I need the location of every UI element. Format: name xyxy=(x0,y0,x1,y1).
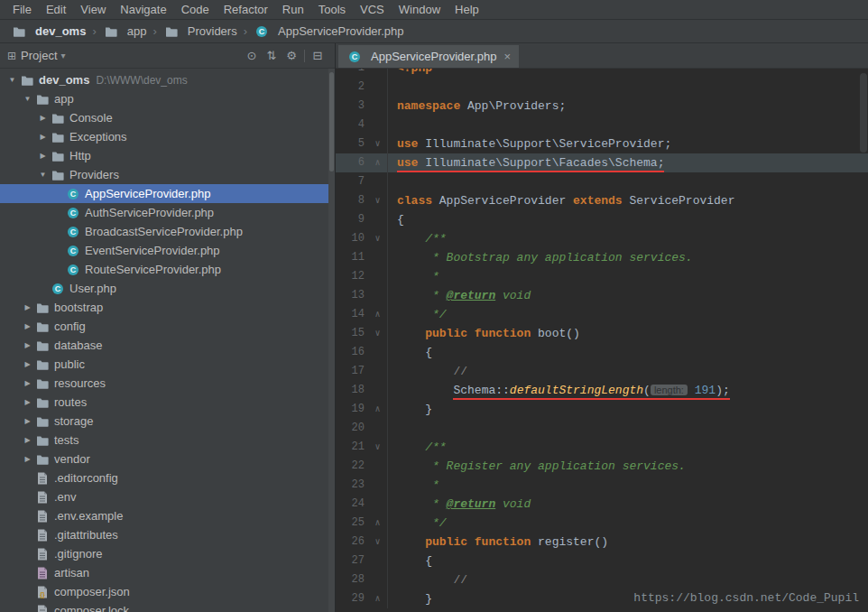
code-line-1[interactable]: 1<?php xyxy=(336,69,868,78)
menu-item-refactor[interactable]: Refactor xyxy=(217,0,275,19)
chevron-down-icon[interactable]: ▾ xyxy=(61,51,66,60)
code-line-19[interactable]: 19∧ } xyxy=(336,400,868,419)
settings-icon[interactable]: ⚙ xyxy=(282,49,301,62)
fold-end-icon[interactable]: ∧ xyxy=(368,305,388,324)
menu-item-code[interactable]: Code xyxy=(174,0,217,19)
chevron-down-icon[interactable]: ▼ xyxy=(5,76,19,84)
tree-item-broadcastserviceprovider-php[interactable]: CBroadcastServiceProvider.php xyxy=(0,222,335,241)
menu-item-view[interactable]: View xyxy=(73,0,113,19)
chevron-down-icon[interactable]: ▼ xyxy=(36,171,50,179)
code-line-2[interactable]: 2 xyxy=(336,78,868,97)
tree-item-resources[interactable]: ▶resources xyxy=(0,374,335,393)
code-line-24[interactable]: 24 * @return void xyxy=(336,495,868,514)
project-panel-title[interactable]: Project xyxy=(21,49,57,62)
tree-item-console[interactable]: ▶Console xyxy=(0,108,335,127)
tree-item-bootstrap[interactable]: ▶bootstrap xyxy=(0,298,335,317)
breadcrumb-item-providers[interactable]: Providers xyxy=(162,24,239,38)
code-line-9[interactable]: 9{ xyxy=(336,210,868,229)
fold-start-icon[interactable]: ∨ xyxy=(368,533,388,552)
code-line-28[interactable]: 28 // xyxy=(336,570,868,589)
close-icon[interactable]: × xyxy=(503,50,511,63)
menu-item-vcs[interactable]: VCS xyxy=(353,0,392,19)
code-line-5[interactable]: 5∨use Illuminate\Support\ServiceProvider… xyxy=(336,134,868,153)
editor-scrollbar-thumb[interactable] xyxy=(860,73,867,153)
code-line-22[interactable]: 22 * Register any application services. xyxy=(336,457,868,476)
tree-item-dev-oms[interactable]: ▼dev_omsD:\WWW\dev_oms xyxy=(0,70,335,89)
code-line-16[interactable]: 16 { xyxy=(336,343,868,362)
code-line-15[interactable]: 15∨ public function boot() xyxy=(336,324,868,343)
tree-item-authserviceprovider-php[interactable]: CAuthServiceProvider.php xyxy=(0,203,335,222)
code-line-4[interactable]: 4 xyxy=(336,116,868,134)
tree-item-providers[interactable]: ▼Providers xyxy=(0,165,335,184)
chevron-right-icon[interactable]: ▶ xyxy=(21,341,34,349)
project-scrollbar[interactable] xyxy=(328,69,335,612)
fold-end-icon[interactable]: ∧ xyxy=(368,589,388,608)
tree-item-routes[interactable]: ▶routes xyxy=(0,393,335,412)
tree-item-composer-lock[interactable]: composer.lock xyxy=(0,601,335,612)
code-line-7[interactable]: 7 xyxy=(336,172,868,191)
chevron-right-icon[interactable]: ▶ xyxy=(21,455,34,463)
fold-end-icon[interactable]: ∧ xyxy=(368,400,388,419)
tree-item-user-php[interactable]: CUser.php xyxy=(0,279,335,298)
fold-start-icon[interactable]: ∨ xyxy=(368,324,388,343)
scrollbar-thumb[interactable] xyxy=(329,72,334,172)
fold-end-icon[interactable]: ∧ xyxy=(368,514,388,533)
code-line-3[interactable]: 3namespace App\Providers; xyxy=(336,97,868,116)
code-line-8[interactable]: 8∨class AppServiceProvider extends Servi… xyxy=(336,191,868,210)
tree-item-eventserviceprovider-php[interactable]: CEventServiceProvider.php xyxy=(0,241,335,260)
chevron-right-icon[interactable]: ▶ xyxy=(21,379,34,387)
chevron-right-icon[interactable]: ▶ xyxy=(36,133,50,141)
tree-item-env-example[interactable]: .env.example xyxy=(0,506,335,525)
tree-item-editorconfig[interactable]: .editorconfig xyxy=(0,468,335,487)
collapse-all-icon[interactable]: ⇅ xyxy=(262,49,282,62)
chevron-right-icon[interactable]: ▶ xyxy=(36,152,50,160)
tree-item-composer-json[interactable]: {}composer.json xyxy=(0,582,335,601)
tree-item-routeserviceprovider-php[interactable]: CRouteServiceProvider.php xyxy=(0,260,335,279)
chevron-right-icon[interactable]: ▶ xyxy=(21,398,34,406)
code-line-20[interactable]: 20 xyxy=(336,419,868,438)
code-line-10[interactable]: 10∨ /** xyxy=(336,229,868,248)
chevron-right-icon[interactable]: ▶ xyxy=(21,417,34,425)
tree-item-http[interactable]: ▶Http xyxy=(0,146,335,165)
tree-item-gitignore[interactable]: .gitignore xyxy=(0,544,335,563)
breadcrumb-item-app[interactable]: app xyxy=(101,24,149,38)
editor-tab-appserviceprovider[interactable]: C AppServiceProvider.php × xyxy=(338,45,519,68)
fold-start-icon[interactable]: ∨ xyxy=(368,191,388,210)
code-line-6[interactable]: 6∧use Illuminate\Support\Facades\Schema; xyxy=(336,153,868,172)
menu-item-edit[interactable]: Edit xyxy=(39,0,73,19)
fold-start-icon[interactable]: ∨ xyxy=(368,229,388,248)
tree-item-storage[interactable]: ▶storage xyxy=(0,412,335,431)
menu-item-tools[interactable]: Tools xyxy=(311,0,353,19)
fold-end-icon[interactable]: ∧ xyxy=(368,153,388,172)
menu-item-file[interactable]: File xyxy=(5,0,39,19)
menu-item-navigate[interactable]: Navigate xyxy=(113,0,173,19)
code-line-18[interactable]: 18 Schema::defaultStringLength(length: 1… xyxy=(336,381,868,400)
breadcrumb-item-appserviceprovider-php[interactable]: CAppServiceProvider.php xyxy=(252,24,405,38)
chevron-down-icon[interactable]: ▼ xyxy=(21,95,34,103)
chevron-right-icon[interactable]: ▶ xyxy=(21,360,34,368)
locate-icon[interactable]: ⊙ xyxy=(242,49,262,62)
breadcrumb-item-dev-oms[interactable]: dev_oms xyxy=(9,24,88,38)
code-line-14[interactable]: 14∧ */ xyxy=(336,305,868,324)
tree-item-public[interactable]: ▶public xyxy=(0,355,335,374)
tree-item-tests[interactable]: ▶tests xyxy=(0,431,335,450)
tree-item-vendor[interactable]: ▶vendor xyxy=(0,450,335,468)
tree-item-artisan[interactable]: artisan xyxy=(0,563,335,582)
fold-start-icon[interactable]: ∨ xyxy=(368,134,388,153)
chevron-right-icon[interactable]: ▶ xyxy=(21,436,34,444)
chevron-right-icon[interactable]: ▶ xyxy=(21,303,34,311)
chevron-right-icon[interactable]: ▶ xyxy=(21,322,34,330)
code-line-13[interactable]: 13 * @return void xyxy=(336,286,868,305)
tree-item-appserviceprovider-php[interactable]: CAppServiceProvider.php xyxy=(0,184,335,203)
tree-item-env[interactable]: .env xyxy=(0,487,335,506)
code-line-11[interactable]: 11 * Bootstrap any application services. xyxy=(336,248,868,267)
code-line-27[interactable]: 27 { xyxy=(336,552,868,570)
tree-item-database[interactable]: ▶database xyxy=(0,336,335,355)
tree-item-exceptions[interactable]: ▶Exceptions xyxy=(0,127,335,146)
menu-item-window[interactable]: Window xyxy=(392,0,448,19)
chevron-right-icon[interactable]: ▶ xyxy=(36,114,50,122)
tree-item-gitattributes[interactable]: .gitattributes xyxy=(0,525,335,544)
code-line-23[interactable]: 23 * xyxy=(336,476,868,495)
menu-item-run[interactable]: Run xyxy=(275,0,311,19)
tree-item-app[interactable]: ▼app xyxy=(0,89,335,108)
